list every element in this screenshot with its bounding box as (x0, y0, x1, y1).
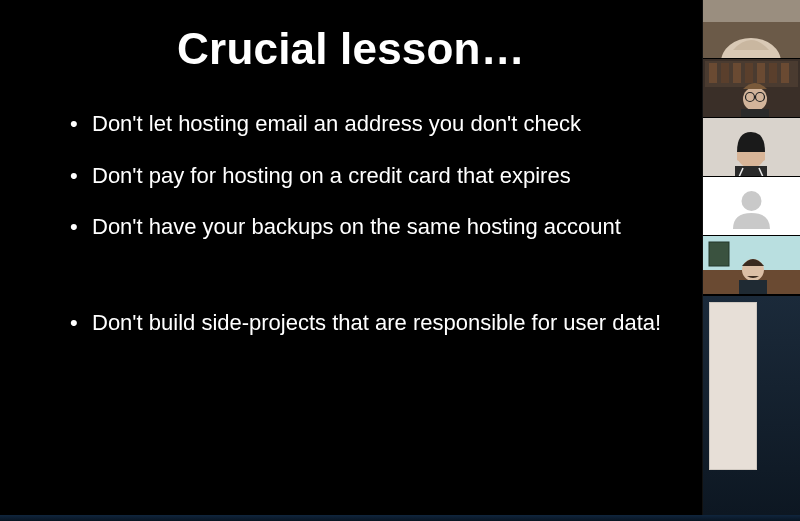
svg-rect-5 (709, 63, 717, 83)
participant-tile[interactable] (703, 118, 800, 177)
participant-video-icon (703, 59, 800, 118)
svg-rect-9 (757, 63, 765, 83)
participant-tile[interactable] (703, 59, 800, 118)
bullet-gap (70, 265, 662, 309)
video-call-stage: Crucial lesson… Don't let hosting email … (0, 0, 800, 515)
svg-rect-6 (721, 63, 729, 83)
svg-point-23 (742, 191, 762, 211)
slide-bullet: Don't build side-projects that are respo… (70, 309, 662, 337)
participant-strip (703, 0, 800, 515)
svg-rect-28 (739, 280, 767, 295)
slide-bullet: Don't pay for hosting on a credit card t… (70, 162, 662, 190)
participant-tile[interactable] (703, 177, 800, 236)
svg-rect-26 (709, 242, 729, 266)
slide-title: Crucial lesson… (40, 24, 662, 74)
bottom-bar (0, 515, 800, 521)
participant-video-icon (703, 0, 800, 59)
self-view-thumbnail (709, 302, 757, 470)
participant-tile[interactable] (703, 0, 800, 59)
slide-bullets: Don't let hosting email an address you d… (40, 110, 662, 336)
svg-rect-1 (703, 0, 800, 22)
svg-rect-11 (781, 63, 789, 83)
svg-rect-8 (745, 63, 753, 83)
participant-tile[interactable] (703, 236, 800, 295)
slide-bullet: Don't have your backups on the same host… (70, 213, 662, 241)
svg-rect-7 (733, 63, 741, 83)
svg-rect-16 (741, 109, 769, 118)
svg-rect-10 (769, 63, 777, 83)
participant-video-icon (703, 118, 800, 177)
shared-slide: Crucial lesson… Don't let hosting email … (0, 0, 703, 515)
self-view[interactable] (703, 295, 800, 515)
participant-video-icon (703, 236, 800, 295)
avatar-placeholder-icon (703, 177, 800, 236)
slide-bullet: Don't let hosting email an address you d… (70, 110, 662, 138)
